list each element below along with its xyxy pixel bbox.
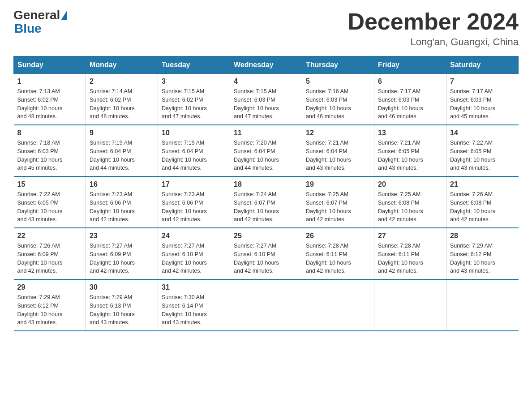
header-day-wednesday: Wednesday	[230, 56, 302, 74]
logo-blue-text: Blue	[14, 21, 42, 35]
calendar-cell: 27Sunrise: 7:28 AMSunset: 6:11 PMDayligh…	[374, 228, 446, 279]
day-info: Sunrise: 7:13 AMSunset: 6:02 PMDaylight:…	[17, 87, 82, 121]
header-day-friday: Friday	[374, 56, 446, 74]
day-info: Sunrise: 7:29 AMSunset: 6:12 PMDaylight:…	[450, 242, 515, 275]
calendar-cell: 17Sunrise: 7:23 AMSunset: 6:06 PMDayligh…	[158, 176, 230, 228]
day-info: Sunrise: 7:26 AMSunset: 6:09 PMDaylight:…	[17, 242, 82, 275]
day-info: Sunrise: 7:18 AMSunset: 6:03 PMDaylight:…	[17, 139, 82, 172]
day-info: Sunrise: 7:27 AMSunset: 6:10 PMDaylight:…	[162, 242, 226, 275]
day-info: Sunrise: 7:29 AMSunset: 6:12 PMDaylight:…	[17, 293, 82, 327]
calendar-cell: 21Sunrise: 7:26 AMSunset: 6:08 PMDayligh…	[446, 176, 519, 228]
calendar-cell	[446, 279, 519, 331]
day-info: Sunrise: 7:27 AMSunset: 6:10 PMDaylight:…	[234, 242, 298, 275]
header-day-sunday: Sunday	[14, 56, 86, 74]
calendar-week-row: 8Sunrise: 7:18 AMSunset: 6:03 PMDaylight…	[14, 125, 519, 176]
day-number: 1	[17, 77, 82, 86]
day-info: Sunrise: 7:23 AMSunset: 6:06 PMDaylight:…	[162, 190, 226, 224]
calendar-week-row: 22Sunrise: 7:26 AMSunset: 6:09 PMDayligh…	[14, 228, 519, 279]
day-number: 28	[450, 232, 515, 240]
calendar-cell	[374, 279, 446, 331]
day-number: 12	[306, 129, 370, 137]
title-area: December 2024 Long'an, Guangxi, China	[348, 9, 519, 48]
header: General Blue December 2024 Long'an, Guan…	[13, 9, 519, 48]
calendar-cell: 24Sunrise: 7:27 AMSunset: 6:10 PMDayligh…	[158, 228, 230, 279]
calendar-cell: 8Sunrise: 7:18 AMSunset: 6:03 PMDaylight…	[14, 125, 86, 176]
day-info: Sunrise: 7:19 AMSunset: 6:04 PMDaylight:…	[90, 139, 154, 172]
calendar-week-row: 1Sunrise: 7:13 AMSunset: 6:02 PMDaylight…	[14, 74, 519, 125]
day-number: 19	[306, 180, 370, 188]
day-number: 17	[162, 180, 226, 188]
calendar-header: SundayMondayTuesdayWednesdayThursdayFrid…	[14, 56, 519, 74]
day-info: Sunrise: 7:17 AMSunset: 6:03 PMDaylight:…	[378, 87, 442, 121]
day-number: 18	[234, 180, 298, 188]
day-number: 3	[162, 77, 226, 86]
day-info: Sunrise: 7:17 AMSunset: 6:03 PMDaylight:…	[450, 87, 515, 121]
day-info: Sunrise: 7:25 AMSunset: 6:08 PMDaylight:…	[378, 190, 442, 224]
calendar-cell: 30Sunrise: 7:29 AMSunset: 6:13 PMDayligh…	[86, 279, 158, 331]
calendar-cell: 20Sunrise: 7:25 AMSunset: 6:08 PMDayligh…	[374, 176, 446, 228]
header-day-tuesday: Tuesday	[158, 56, 230, 74]
calendar-cell: 23Sunrise: 7:27 AMSunset: 6:09 PMDayligh…	[86, 228, 158, 279]
calendar-cell	[302, 279, 374, 331]
calendar-cell: 3Sunrise: 7:15 AMSunset: 6:02 PMDaylight…	[158, 74, 230, 125]
day-number: 20	[378, 180, 442, 188]
calendar-cell: 11Sunrise: 7:20 AMSunset: 6:04 PMDayligh…	[230, 125, 302, 176]
day-number: 22	[17, 232, 82, 240]
day-number: 6	[378, 77, 442, 86]
header-day-saturday: Saturday	[446, 56, 519, 74]
calendar-cell: 26Sunrise: 7:28 AMSunset: 6:11 PMDayligh…	[302, 228, 374, 279]
day-info: Sunrise: 7:23 AMSunset: 6:06 PMDaylight:…	[90, 190, 154, 224]
day-number: 24	[162, 232, 226, 240]
month-title: December 2024	[348, 9, 519, 34]
day-number: 29	[17, 283, 82, 291]
calendar-cell: 12Sunrise: 7:21 AMSunset: 6:04 PMDayligh…	[302, 125, 374, 176]
day-number: 15	[17, 180, 82, 188]
logo: General	[13, 9, 68, 21]
day-number: 23	[90, 232, 154, 240]
day-number: 21	[450, 180, 515, 188]
header-day-thursday: Thursday	[302, 56, 374, 74]
day-number: 2	[90, 77, 154, 86]
day-info: Sunrise: 7:19 AMSunset: 6:04 PMDaylight:…	[162, 139, 226, 172]
calendar-cell: 6Sunrise: 7:17 AMSunset: 6:03 PMDaylight…	[374, 74, 446, 125]
day-number: 11	[234, 129, 298, 137]
logo-general-text: General	[13, 9, 60, 21]
day-number: 10	[162, 129, 226, 137]
calendar-cell: 14Sunrise: 7:22 AMSunset: 6:05 PMDayligh…	[446, 125, 519, 176]
day-number: 27	[378, 232, 442, 240]
day-info: Sunrise: 7:28 AMSunset: 6:11 PMDaylight:…	[378, 242, 442, 275]
calendar-week-row: 15Sunrise: 7:22 AMSunset: 6:05 PMDayligh…	[14, 176, 519, 228]
day-number: 5	[306, 77, 370, 86]
day-info: Sunrise: 7:20 AMSunset: 6:04 PMDaylight:…	[234, 139, 298, 172]
calendar-cell: 13Sunrise: 7:21 AMSunset: 6:05 PMDayligh…	[374, 125, 446, 176]
day-number: 14	[450, 129, 515, 137]
day-info: Sunrise: 7:21 AMSunset: 6:04 PMDaylight:…	[306, 139, 370, 172]
day-info: Sunrise: 7:28 AMSunset: 6:11 PMDaylight:…	[306, 242, 370, 275]
calendar-cell: 2Sunrise: 7:14 AMSunset: 6:02 PMDaylight…	[86, 74, 158, 125]
calendar-cell: 4Sunrise: 7:15 AMSunset: 6:03 PMDaylight…	[230, 74, 302, 125]
calendar-cell: 7Sunrise: 7:17 AMSunset: 6:03 PMDaylight…	[446, 74, 519, 125]
calendar-table: SundayMondayTuesdayWednesdayThursdayFrid…	[13, 56, 519, 331]
day-number: 26	[306, 232, 370, 240]
calendar-cell: 16Sunrise: 7:23 AMSunset: 6:06 PMDayligh…	[86, 176, 158, 228]
day-info: Sunrise: 7:25 AMSunset: 6:07 PMDaylight:…	[306, 190, 370, 224]
calendar-cell: 29Sunrise: 7:29 AMSunset: 6:12 PMDayligh…	[14, 279, 86, 331]
header-day-monday: Monday	[86, 56, 158, 74]
day-info: Sunrise: 7:24 AMSunset: 6:07 PMDaylight:…	[234, 190, 298, 224]
day-info: Sunrise: 7:22 AMSunset: 6:05 PMDaylight:…	[17, 190, 82, 224]
day-number: 30	[90, 283, 154, 291]
day-info: Sunrise: 7:30 AMSunset: 6:14 PMDaylight:…	[162, 293, 226, 327]
calendar-cell: 22Sunrise: 7:26 AMSunset: 6:09 PMDayligh…	[14, 228, 86, 279]
calendar-cell: 10Sunrise: 7:19 AMSunset: 6:04 PMDayligh…	[158, 125, 230, 176]
day-number: 9	[90, 129, 154, 137]
day-number: 4	[234, 77, 298, 86]
calendar-cell: 25Sunrise: 7:27 AMSunset: 6:10 PMDayligh…	[230, 228, 302, 279]
day-number: 31	[162, 283, 226, 291]
day-info: Sunrise: 7:15 AMSunset: 6:03 PMDaylight:…	[234, 87, 298, 121]
day-info: Sunrise: 7:16 AMSunset: 6:03 PMDaylight:…	[306, 87, 370, 121]
calendar-cell: 19Sunrise: 7:25 AMSunset: 6:07 PMDayligh…	[302, 176, 374, 228]
day-number: 16	[90, 180, 154, 188]
day-info: Sunrise: 7:27 AMSunset: 6:09 PMDaylight:…	[90, 242, 154, 275]
day-number: 25	[234, 232, 298, 240]
calendar-cell	[230, 279, 302, 331]
